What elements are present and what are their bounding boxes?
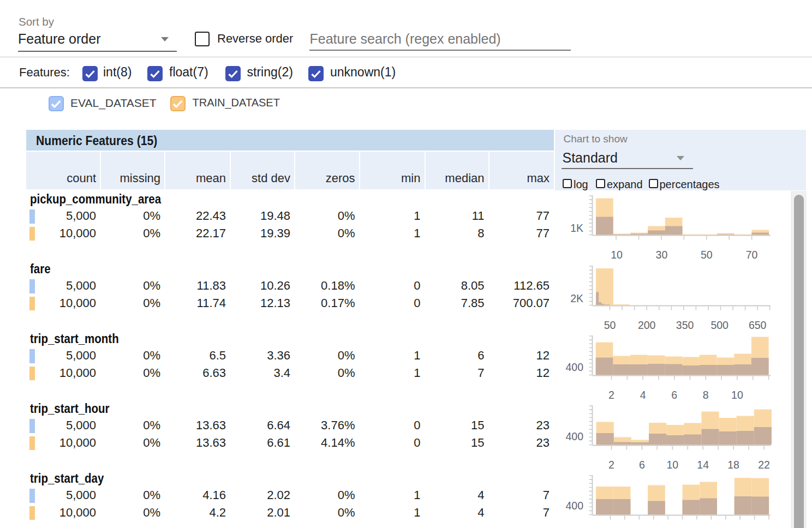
svg-text:4: 4 [640, 389, 646, 401]
svg-text:6: 6 [671, 389, 677, 401]
svg-text:6: 6 [639, 459, 645, 471]
svg-text:400: 400 [565, 361, 583, 373]
svg-text:500: 500 [710, 319, 729, 331]
svg-text:1K: 1K [570, 222, 583, 234]
svg-text:8: 8 [703, 389, 709, 401]
svg-text:14: 14 [697, 459, 709, 471]
svg-text:10: 10 [666, 459, 678, 471]
svg-text:50: 50 [604, 319, 616, 331]
svg-text:350: 350 [676, 319, 694, 331]
svg-text:22: 22 [758, 459, 770, 471]
svg-text:50: 50 [701, 249, 713, 261]
svg-text:2K: 2K [570, 292, 583, 304]
svg-text:70: 70 [746, 249, 758, 261]
svg-text:30: 30 [656, 249, 668, 261]
svg-text:400: 400 [565, 430, 583, 442]
svg-text:2: 2 [608, 389, 614, 401]
svg-text:10: 10 [611, 249, 623, 261]
svg-text:2: 2 [608, 459, 614, 471]
svg-text:650: 650 [749, 319, 767, 331]
svg-text:18: 18 [727, 459, 739, 471]
svg-text:200: 200 [638, 319, 656, 331]
svg-text:400: 400 [565, 500, 583, 512]
svg-text:10: 10 [731, 389, 743, 401]
